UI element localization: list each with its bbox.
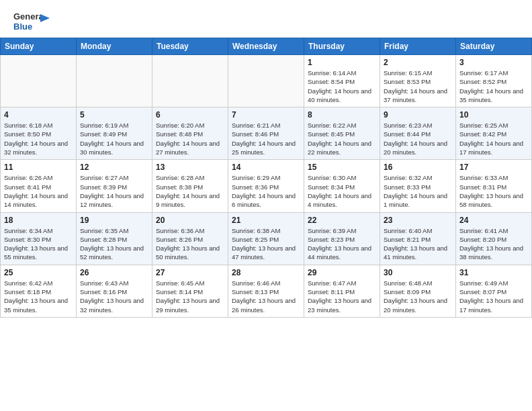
page: General Blue SundayMondayTuesdayWednesda… <box>0 0 532 411</box>
calendar-cell: 26Sunrise: 6:43 AMSunset: 8:16 PMDayligh… <box>77 265 152 317</box>
day-info: Sunrise: 6:26 AMSunset: 8:41 PMDaylight:… <box>4 173 73 209</box>
day-number: 28 <box>232 268 300 277</box>
day-number: 14 <box>232 163 300 172</box>
day-info: Sunrise: 6:25 AMSunset: 8:42 PMDaylight:… <box>459 121 528 156</box>
day-info: Sunrise: 6:35 AMSunset: 8:28 PMDaylight:… <box>80 226 148 262</box>
day-info: Sunrise: 6:15 AMSunset: 8:53 PMDaylight:… <box>384 68 452 104</box>
calendar-week-row: 18Sunrise: 6:34 AMSunset: 8:30 PMDayligh… <box>1 212 532 265</box>
day-info: Sunrise: 6:41 AMSunset: 8:20 PMDaylight:… <box>459 226 528 262</box>
calendar-cell: 17Sunrise: 6:33 AMSunset: 8:31 PMDayligh… <box>456 160 532 212</box>
day-info: Sunrise: 6:22 AMSunset: 8:45 PMDaylight:… <box>308 121 376 156</box>
day-info: Sunrise: 6:46 AMSunset: 8:13 PMDaylight:… <box>232 279 300 314</box>
day-info: Sunrise: 6:14 AMSunset: 8:54 PMDaylight:… <box>308 68 376 104</box>
weekday-header: Tuesday <box>152 38 228 55</box>
weekday-header: Saturday <box>456 38 532 55</box>
weekday-header: Friday <box>380 38 456 55</box>
day-info: Sunrise: 6:27 AMSunset: 8:39 PMDaylight:… <box>80 173 148 209</box>
day-number: 3 <box>459 58 528 67</box>
logo-svg: General Blue <box>13 11 40 32</box>
calendar-cell: 12Sunrise: 6:27 AMSunset: 8:39 PMDayligh… <box>77 160 152 212</box>
day-number: 16 <box>384 163 452 172</box>
calendar-week-row: 25Sunrise: 6:42 AMSunset: 8:18 PMDayligh… <box>1 265 532 317</box>
calendar-header-row: SundayMondayTuesdayWednesdayThursdayFrid… <box>1 38 532 55</box>
weekday-header: Monday <box>77 38 152 55</box>
calendar-cell: 20Sunrise: 6:36 AMSunset: 8:26 PMDayligh… <box>152 212 228 265</box>
calendar-week-row: 1Sunrise: 6:14 AMSunset: 8:54 PMDaylight… <box>1 55 532 107</box>
logo-chevron-icon <box>40 11 51 25</box>
calendar-cell: 22Sunrise: 6:39 AMSunset: 8:23 PMDayligh… <box>304 212 380 265</box>
calendar-cell <box>228 55 304 107</box>
calendar-cell: 31Sunrise: 6:49 AMSunset: 8:07 PMDayligh… <box>456 265 532 317</box>
calendar-table: SundayMondayTuesdayWednesdayThursdayFrid… <box>0 38 532 318</box>
weekday-header: Thursday <box>304 38 380 55</box>
day-number: 13 <box>156 163 224 172</box>
day-number: 30 <box>384 268 452 277</box>
day-info: Sunrise: 6:36 AMSunset: 8:26 PMDaylight:… <box>156 226 224 262</box>
day-number: 15 <box>308 163 376 172</box>
day-number: 8 <box>308 110 376 120</box>
day-number: 4 <box>4 110 73 120</box>
calendar-cell: 18Sunrise: 6:34 AMSunset: 8:30 PMDayligh… <box>1 212 77 265</box>
day-info: Sunrise: 6:33 AMSunset: 8:31 PMDaylight:… <box>459 173 528 209</box>
day-number: 22 <box>308 216 376 225</box>
day-info: Sunrise: 6:45 AMSunset: 8:14 PMDaylight:… <box>156 279 224 314</box>
day-info: Sunrise: 6:32 AMSunset: 8:33 PMDaylight:… <box>384 173 452 209</box>
day-number: 9 <box>384 110 452 120</box>
svg-marker-2 <box>40 14 50 22</box>
day-number: 21 <box>232 216 300 225</box>
day-info: Sunrise: 6:28 AMSunset: 8:38 PMDaylight:… <box>156 173 224 209</box>
day-number: 5 <box>80 110 148 120</box>
calendar-cell: 14Sunrise: 6:29 AMSunset: 8:36 PMDayligh… <box>228 160 304 212</box>
svg-text:Blue: Blue <box>13 21 32 32</box>
calendar-week-row: 11Sunrise: 6:26 AMSunset: 8:41 PMDayligh… <box>1 160 532 212</box>
calendar-cell <box>152 55 228 107</box>
calendar-cell: 10Sunrise: 6:25 AMSunset: 8:42 PMDayligh… <box>456 107 532 160</box>
day-number: 19 <box>80 216 148 225</box>
day-number: 23 <box>384 216 452 225</box>
day-number: 2 <box>384 58 452 67</box>
calendar-cell: 23Sunrise: 6:40 AMSunset: 8:21 PMDayligh… <box>380 212 456 265</box>
day-info: Sunrise: 6:18 AMSunset: 8:50 PMDaylight:… <box>4 121 73 156</box>
calendar-cell: 13Sunrise: 6:28 AMSunset: 8:38 PMDayligh… <box>152 160 228 212</box>
calendar-cell: 16Sunrise: 6:32 AMSunset: 8:33 PMDayligh… <box>380 160 456 212</box>
day-number: 17 <box>459 163 528 172</box>
day-number: 10 <box>459 110 528 120</box>
day-info: Sunrise: 6:30 AMSunset: 8:34 PMDaylight:… <box>308 173 376 209</box>
calendar-cell: 19Sunrise: 6:35 AMSunset: 8:28 PMDayligh… <box>77 212 152 265</box>
day-info: Sunrise: 6:23 AMSunset: 8:44 PMDaylight:… <box>384 121 452 156</box>
day-info: Sunrise: 6:17 AMSunset: 8:52 PMDaylight:… <box>459 68 528 104</box>
calendar-cell: 1Sunrise: 6:14 AMSunset: 8:54 PMDaylight… <box>304 55 380 107</box>
calendar-cell: 8Sunrise: 6:22 AMSunset: 8:45 PMDaylight… <box>304 107 380 160</box>
day-number: 29 <box>308 268 376 277</box>
day-info: Sunrise: 6:34 AMSunset: 8:30 PMDaylight:… <box>4 226 73 262</box>
day-info: Sunrise: 6:48 AMSunset: 8:09 PMDaylight:… <box>384 279 452 314</box>
day-info: Sunrise: 6:42 AMSunset: 8:18 PMDaylight:… <box>4 279 73 314</box>
day-number: 18 <box>4 216 73 225</box>
logo: General Blue <box>13 11 51 32</box>
day-number: 31 <box>459 268 528 277</box>
day-info: Sunrise: 6:49 AMSunset: 8:07 PMDaylight:… <box>459 279 528 314</box>
weekday-header: Wednesday <box>228 38 304 55</box>
calendar-week-row: 4Sunrise: 6:18 AMSunset: 8:50 PMDaylight… <box>1 107 532 160</box>
day-info: Sunrise: 6:40 AMSunset: 8:21 PMDaylight:… <box>384 226 452 262</box>
day-info: Sunrise: 6:47 AMSunset: 8:11 PMDaylight:… <box>308 279 376 314</box>
logo-container: General Blue <box>13 11 51 32</box>
day-info: Sunrise: 6:29 AMSunset: 8:36 PMDaylight:… <box>232 173 300 209</box>
calendar-cell: 3Sunrise: 6:17 AMSunset: 8:52 PMDaylight… <box>456 55 532 107</box>
day-number: 26 <box>80 268 148 277</box>
day-info: Sunrise: 6:39 AMSunset: 8:23 PMDaylight:… <box>308 226 376 262</box>
day-number: 11 <box>4 163 73 172</box>
calendar-cell: 2Sunrise: 6:15 AMSunset: 8:53 PMDaylight… <box>380 55 456 107</box>
calendar-cell: 24Sunrise: 6:41 AMSunset: 8:20 PMDayligh… <box>456 212 532 265</box>
header: General Blue <box>0 0 532 38</box>
calendar-cell: 29Sunrise: 6:47 AMSunset: 8:11 PMDayligh… <box>304 265 380 317</box>
day-number: 12 <box>80 163 148 172</box>
calendar-cell: 27Sunrise: 6:45 AMSunset: 8:14 PMDayligh… <box>152 265 228 317</box>
day-info: Sunrise: 6:43 AMSunset: 8:16 PMDaylight:… <box>80 279 148 314</box>
day-number: 6 <box>156 110 224 120</box>
calendar-cell <box>1 55 77 107</box>
calendar-cell <box>77 55 152 107</box>
day-number: 27 <box>156 268 224 277</box>
calendar-cell: 7Sunrise: 6:21 AMSunset: 8:46 PMDaylight… <box>228 107 304 160</box>
calendar-cell: 15Sunrise: 6:30 AMSunset: 8:34 PMDayligh… <box>304 160 380 212</box>
